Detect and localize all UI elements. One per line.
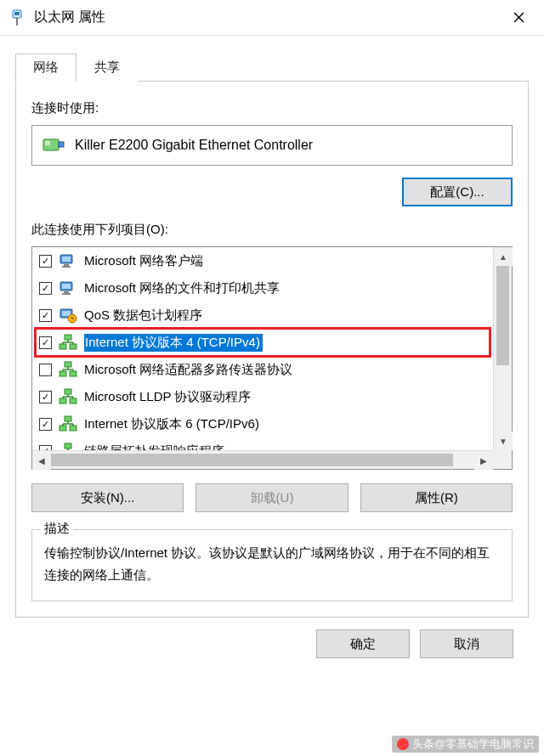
list-item-label: Microsoft 网络适配器多路传送器协议: [84, 362, 292, 378]
dialog-buttons: 确定 取消: [15, 618, 529, 658]
adapter-box[interactable]: Killer E2200 Gigabit Ethernet Controller: [31, 125, 513, 166]
cancel-button[interactable]: 取消: [420, 629, 513, 658]
svg-rect-34: [60, 398, 66, 403]
horizontal-scrollbar[interactable]: ◀ ▶: [32, 450, 493, 469]
watermark: 头条@零基础学电脑常识: [392, 736, 539, 753]
tab-strip: 网络 共享: [15, 53, 529, 82]
svg-rect-10: [64, 264, 69, 266]
nic-icon: [42, 136, 65, 155]
svg-rect-42: [70, 426, 76, 431]
svg-rect-6: [45, 141, 50, 145]
items-label: 此连接使用下列项目(O):: [31, 222, 513, 238]
scroll-right-icon[interactable]: ▶: [474, 451, 493, 470]
window-title: 以太网 属性: [34, 8, 105, 26]
checkbox[interactable]: ✓: [39, 336, 52, 349]
configure-button[interactable]: 配置(C)...: [402, 178, 513, 206]
tab-page-network: 连接时使用: Killer E2200 Gigabit Ethernet Con…: [15, 82, 529, 618]
install-button[interactable]: 安装(N)...: [31, 483, 184, 512]
list-item[interactable]: ✓Internet 协议版本 6 (TCP/IPv6): [32, 410, 493, 437]
close-button[interactable]: [500, 0, 537, 36]
svg-rect-47: [65, 443, 71, 449]
qos-icon: [59, 307, 77, 324]
svg-rect-35: [70, 398, 76, 403]
svg-rect-40: [65, 416, 71, 421]
checkbox[interactable]: ✓: [39, 309, 52, 322]
components-listbox[interactable]: ✓Microsoft 网络客户端✓Microsoft 网络的文件和打印机共享✓Q…: [31, 246, 513, 470]
vertical-scrollbar[interactable]: ▲ ▼: [493, 247, 512, 450]
svg-rect-20: [60, 344, 66, 349]
tab-network[interactable]: 网络: [15, 54, 76, 82]
tab-sharing[interactable]: 共享: [76, 54, 138, 82]
scroll-left-icon[interactable]: ◀: [32, 451, 51, 470]
svg-rect-13: [62, 284, 71, 289]
proto-icon: [59, 415, 77, 432]
list-item[interactable]: ✓QoS 数据包计划程序: [32, 302, 493, 329]
description-group: 描述 传输控制协议/Internet 协议。该协议是默认的广域网络协议，用于在不…: [31, 529, 513, 601]
list-item-label: Microsoft LLDP 协议驱动程序: [84, 389, 251, 405]
client-icon: [59, 252, 77, 269]
scroll-corner: [493, 450, 512, 469]
checkbox[interactable]: ✓: [39, 418, 52, 431]
svg-rect-19: [65, 335, 71, 340]
description-legend: 描述: [41, 521, 73, 537]
checkbox[interactable]: ✓: [39, 282, 52, 295]
component-buttons: 安装(N)... 卸载(U) 属性(R): [31, 483, 513, 512]
scroll-thumb-v[interactable]: [496, 266, 509, 365]
svg-rect-9: [62, 257, 71, 262]
adapter-name: Killer E2200 Gigabit Ethernet Controller: [75, 138, 313, 153]
svg-rect-21: [70, 344, 76, 349]
scroll-up-icon[interactable]: ▲: [494, 247, 513, 266]
svg-rect-27: [60, 371, 66, 376]
scroll-thumb-h[interactable]: [51, 454, 453, 466]
list-item[interactable]: ✓Microsoft 网络的文件和打印机共享: [32, 274, 493, 302]
svg-rect-11: [62, 266, 71, 268]
watermark-text: 头条@零基础学电脑常识: [412, 736, 534, 752]
client-icon: [59, 279, 77, 296]
svg-rect-1: [14, 12, 20, 15]
list-item-label: Microsoft 网络客户端: [84, 253, 203, 269]
uninstall-button[interactable]: 卸载(U): [196, 483, 348, 512]
list-item-label: Microsoft 网络的文件和打印机共享: [84, 280, 280, 296]
properties-button[interactable]: 属性(R): [360, 483, 513, 512]
proto-icon: [59, 361, 77, 378]
list-item-label: QoS 数据包计划程序: [84, 307, 202, 324]
dialog-content: 网络 共享 连接时使用: Killer E2200 Gigabit Ethern…: [0, 36, 544, 670]
checkbox[interactable]: ✓: [39, 391, 52, 403]
ok-button[interactable]: 确定: [316, 629, 410, 658]
checkbox[interactable]: ✓: [39, 255, 52, 268]
proto-icon: [59, 388, 77, 405]
svg-rect-15: [62, 293, 71, 295]
list-item[interactable]: Microsoft 网络适配器多路传送器协议: [32, 356, 493, 383]
svg-rect-26: [65, 362, 71, 367]
list-item[interactable]: ✓Microsoft LLDP 协议驱动程序: [32, 383, 493, 410]
list-item-label: Internet 协议版本 4 (TCP/IPv4): [84, 334, 263, 352]
svg-rect-28: [70, 371, 76, 376]
connect-using-label: 连接时使用:: [31, 100, 513, 116]
svg-rect-33: [65, 389, 71, 394]
svg-rect-41: [60, 426, 66, 431]
proto-icon: [59, 334, 77, 351]
list-item[interactable]: ✓Microsoft 网络客户端: [32, 247, 493, 274]
svg-rect-14: [64, 291, 69, 293]
list-item[interactable]: ✓Internet 协议版本 4 (TCP/IPv4): [32, 329, 493, 356]
scroll-down-icon[interactable]: ▼: [494, 432, 513, 450]
list-item-label: Internet 协议版本 6 (TCP/IPv6): [84, 416, 259, 432]
checkbox[interactable]: [39, 364, 52, 376]
watermark-icon: [397, 738, 409, 750]
titlebar: 以太网 属性: [0, 0, 544, 36]
description-text: 传输控制协议/Internet 协议。该协议是默认的广域网络协议，用于在不同的相…: [44, 542, 500, 585]
svg-rect-7: [59, 142, 64, 147]
ethernet-icon: [8, 9, 26, 26]
